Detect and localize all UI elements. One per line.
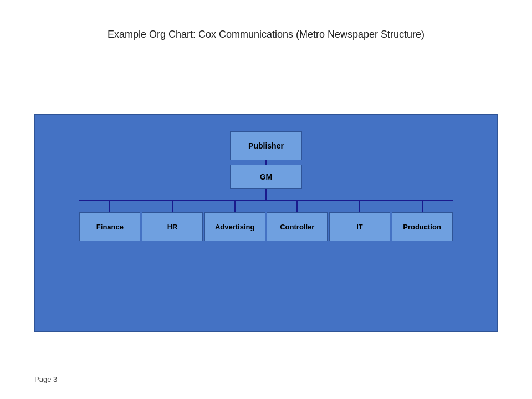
child-col-controller: Controller xyxy=(267,201,328,241)
hr-node: HR xyxy=(142,212,203,241)
connector-pub-gm xyxy=(265,160,267,165)
connector-gm-h xyxy=(265,189,267,200)
connector-hr xyxy=(172,201,173,212)
production-node: Production xyxy=(392,212,453,241)
child-col-it: IT xyxy=(329,201,390,241)
advertising-node: Advertising xyxy=(204,212,265,241)
child-col-advertising: Advertising xyxy=(204,201,265,241)
connector-controller xyxy=(296,201,298,212)
connector-production xyxy=(422,201,423,212)
finance-node: Finance xyxy=(79,212,140,241)
connector-advertising xyxy=(234,201,236,212)
gm-node: GM xyxy=(230,165,302,189)
child-col-production: Production xyxy=(392,201,453,241)
connector-finance xyxy=(109,201,110,212)
org-chart: Publisher GM Finance HR Advertising xyxy=(34,114,498,332)
children-row: Finance HR Advertising Controller IT Pro xyxy=(79,201,452,241)
connector-it xyxy=(359,201,360,212)
page-title: Example Org Chart: Cox Communications (M… xyxy=(0,0,532,40)
horizontal-line-wrapper: Finance HR Advertising Controller IT Pro xyxy=(47,200,485,241)
controller-node: Controller xyxy=(267,212,328,241)
child-col-finance: Finance xyxy=(79,201,140,241)
publisher-node: Publisher xyxy=(230,131,302,160)
page-number: Page 3 xyxy=(34,375,57,383)
it-node: IT xyxy=(329,212,390,241)
child-col-hr: HR xyxy=(142,201,203,241)
